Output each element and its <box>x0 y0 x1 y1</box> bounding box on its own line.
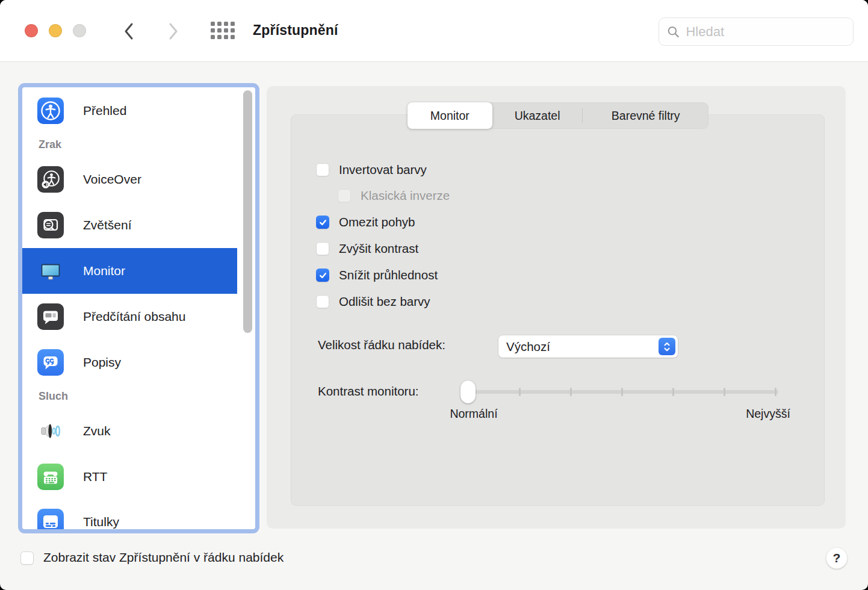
contrast-slider-track[interactable] <box>462 390 778 394</box>
zoom-window-button <box>73 24 86 37</box>
sidebar-section-vision: Zrak <box>39 136 61 153</box>
sidebar-item-rtt[interactable]: RTT <box>22 454 237 500</box>
checkmark-icon <box>318 218 327 227</box>
help-button[interactable]: ? <box>826 547 848 569</box>
monitor-tab-pane: Invertovat barvy Klasická inverze Omezit… <box>291 114 825 506</box>
menu-bar-size-popup[interactable]: Výchozí <box>498 335 678 358</box>
slider-tick <box>775 388 777 396</box>
reduce-transparency-checkbox[interactable] <box>316 269 329 282</box>
popup-stepper-icon <box>659 338 675 355</box>
sidebar-item-captions[interactable]: Titulky <box>22 499 237 533</box>
tab-monitor[interactable]: Monitor <box>408 102 492 129</box>
sidebar-item-label: Přehled <box>83 104 126 118</box>
sidebar-item-audio[interactable]: Zvuk <box>22 408 237 454</box>
search-input[interactable] <box>686 24 845 40</box>
slider-tick <box>621 388 623 396</box>
contrast-slider-thumb[interactable] <box>460 380 476 403</box>
sidebar-item-descriptions[interactable]: Popisy <box>22 340 237 385</box>
checkbox-row-reduce-motion: Omezit pohyb <box>316 213 415 231</box>
checkbox-row-invert-colors: Invertovat barvy <box>316 161 427 179</box>
invert-colors-checkbox[interactable] <box>316 163 329 176</box>
sidebar-item-label: RTT <box>83 470 107 484</box>
chevron-right-icon <box>168 22 179 40</box>
search-icon <box>667 25 680 39</box>
checkbox-label: Invertovat barvy <box>339 163 427 177</box>
checkbox-label: Odlišit bez barvy <box>339 294 430 309</box>
sidebar-item-label: Popisy <box>83 355 121 370</box>
search-field[interactable] <box>659 17 854 46</box>
sidebar-item-display[interactable]: Monitor <box>22 248 237 294</box>
show-accessibility-status-label: Zobrazit stav Zpřístupnění v řádku nabíd… <box>43 550 284 565</box>
zoom-icon <box>37 212 64 238</box>
sidebar: Přehled Zrak VoiceOver <box>18 83 259 533</box>
sidebar-item-voiceover[interactable]: VoiceOver <box>22 157 237 202</box>
main-panel: Monitor Ukazatel Barevné filtry Invertov… <box>267 86 846 529</box>
checkmark-icon <box>318 271 327 280</box>
tab-strip: Monitor Ukazatel Barevné filtry <box>408 102 708 129</box>
reduce-motion-checkbox[interactable] <box>316 216 329 229</box>
checkbox-row-differentiate-without-color: Odlišit bez barvy <box>316 293 430 311</box>
accessibility-icon <box>37 98 64 124</box>
checkbox-row-classic-invert: Klasická inverze <box>338 187 450 205</box>
menu-bar-size-label: Velikost řádku nabídek: <box>318 338 445 352</box>
minimize-button[interactable] <box>49 24 62 37</box>
tab-pointer[interactable]: Ukazatel <box>492 102 583 129</box>
checkbox-label: Snížit průhlednost <box>339 268 438 282</box>
increase-contrast-checkbox[interactable] <box>316 242 329 255</box>
sidebar-item-overview[interactable]: Přehled <box>22 88 237 134</box>
slider-tick <box>724 388 725 396</box>
rtt-icon <box>37 464 64 490</box>
sidebar-item-label: VoiceOver <box>83 172 141 187</box>
show-all-grid-button[interactable] <box>211 22 235 39</box>
display-icon <box>37 258 64 284</box>
sidebar-item-spoken-content[interactable]: Předčítání obsahu <box>22 294 237 340</box>
forward-button[interactable] <box>163 20 184 43</box>
sidebar-item-label: Zvětšení <box>83 218 132 232</box>
sidebar-item-label: Předčítání obsahu <box>83 309 185 324</box>
checkbox-label: Zvýšit kontrast <box>339 241 418 256</box>
sidebar-scrollbar[interactable] <box>243 90 252 333</box>
back-button[interactable] <box>118 20 140 43</box>
chevron-left-icon <box>123 22 134 40</box>
slider-tick <box>519 388 521 396</box>
voiceover-icon <box>37 166 64 193</box>
differentiate-without-color-checkbox[interactable] <box>316 295 329 308</box>
sidebar-item-label: Monitor <box>83 264 125 278</box>
tab-color-filters[interactable]: Barevné filtry <box>583 102 708 129</box>
slider-tick <box>672 388 674 396</box>
checkbox-label: Klasická inverze <box>361 188 450 203</box>
sound-icon <box>37 418 64 444</box>
classic-invert-checkbox <box>338 189 351 202</box>
display-contrast-label: Kontrast monitoru: <box>318 384 419 399</box>
descriptions-icon <box>37 349 64 376</box>
slider-tick <box>570 388 572 396</box>
checkbox-row-increase-contrast: Zvýšit kontrast <box>316 240 418 258</box>
page-title: Zpřístupnění <box>253 22 338 39</box>
title-bar: Zpřístupnění <box>0 0 868 62</box>
sidebar-section-hearing: Sluch <box>39 388 68 405</box>
sidebar-item-label: Titulky <box>83 515 119 529</box>
sidebar-item-label: Zvuk <box>83 424 111 438</box>
close-button[interactable] <box>25 24 38 37</box>
popup-selected-value: Výchozí <box>506 340 659 354</box>
show-accessibility-status-checkbox[interactable] <box>20 551 34 565</box>
slider-max-label: Nejvyšší <box>746 407 790 421</box>
checkbox-row-reduce-transparency: Snížit průhlednost <box>316 266 438 284</box>
sidebar-item-zoom[interactable]: Zvětšení <box>22 202 237 248</box>
captions-icon <box>37 509 64 533</box>
checkbox-label: Omezit pohyb <box>339 215 415 229</box>
spoken-content-icon <box>37 303 64 330</box>
system-preferences-window: Zpřístupnění Přehled Zrak <box>0 0 868 590</box>
slider-min-label: Normální <box>450 407 497 421</box>
